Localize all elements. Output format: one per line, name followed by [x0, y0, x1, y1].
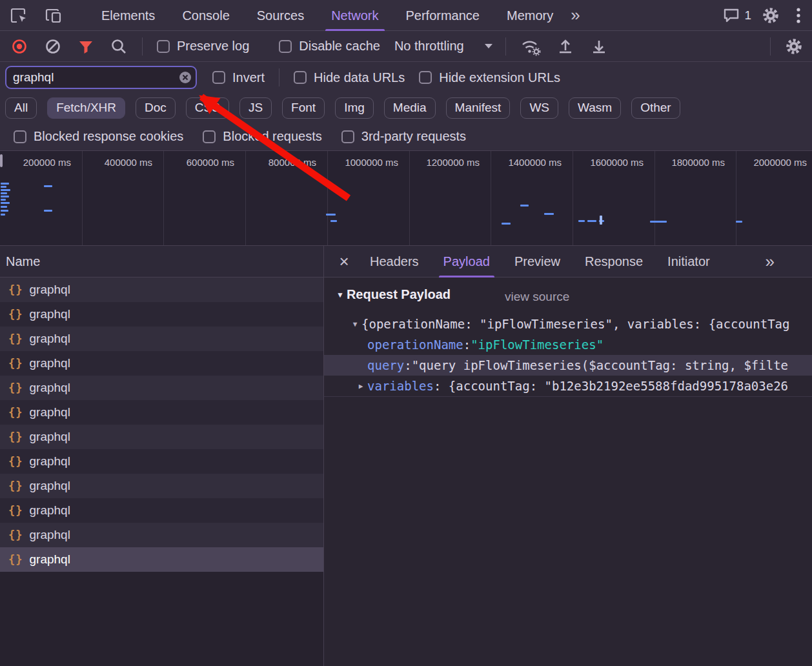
detail-tab-response[interactable]: Response — [573, 246, 655, 278]
clear-network-log-icon[interactable] — [44, 37, 62, 56]
request-timing-mark — [44, 185, 52, 187]
hide-data-urls-checkbox[interactable]: Hide data URLs — [294, 70, 405, 85]
request-payload-section[interactable]: ▼ Request Payload — [336, 287, 451, 302]
filter-blocked-response-cookies[interactable]: Blocked response cookies — [14, 129, 183, 144]
type-filter-media[interactable]: Media — [384, 97, 436, 119]
checkbox[interactable] — [279, 40, 292, 53]
filter-3rd-party-requests[interactable]: 3rd-party requests — [341, 129, 466, 144]
type-filter-font[interactable]: Font — [282, 97, 325, 119]
payload-tree-row[interactable]: ▼{operationName: "ipFlowTimeseries", var… — [324, 314, 812, 334]
clear-filter-icon[interactable] — [178, 70, 192, 85]
request-name: graphql — [29, 356, 70, 370]
detail-tab-initiator[interactable]: Initiator — [655, 246, 722, 278]
throttling-select[interactable]: No throttling — [394, 39, 492, 54]
overview-scroll-handle[interactable] — [0, 154, 3, 167]
checkbox[interactable] — [157, 40, 170, 53]
tab-performance[interactable]: Performance — [392, 0, 494, 31]
filter-blocked-requests[interactable]: Blocked requests — [203, 129, 321, 144]
request-row[interactable]: {}graphql — [0, 425, 323, 449]
request-row[interactable]: {}graphql — [0, 376, 323, 400]
request-name: graphql — [29, 405, 70, 419]
json-braces-icon: {} — [8, 308, 23, 321]
request-row[interactable]: {}graphql — [0, 498, 323, 523]
record-network-log-icon[interactable] — [10, 37, 28, 56]
request-row[interactable]: {}graphql — [0, 547, 323, 572]
more-detail-tabs-icon[interactable]: » — [766, 252, 775, 272]
type-filter-css[interactable]: CSS — [186, 97, 229, 119]
payload-tree-row[interactable]: query: "query ipFlowTimeseries($accountT… — [324, 355, 812, 376]
type-filter-fetch-xhr[interactable]: Fetch/XHR — [47, 97, 125, 119]
waterfall-tick-label: 1600000 ms — [576, 157, 644, 168]
network-filter-input[interactable] — [5, 66, 197, 89]
tab-console[interactable]: Console — [168, 0, 243, 31]
checkbox[interactable] — [14, 130, 26, 143]
request-name: graphql — [29, 479, 70, 493]
tab-network[interactable]: Network — [318, 0, 392, 31]
section-expanded-arrow-icon[interactable]: ▼ — [336, 290, 344, 299]
type-filter-other[interactable]: Other — [631, 97, 680, 119]
request-timing-mark — [1, 210, 8, 212]
request-row[interactable]: {}graphql — [0, 302, 323, 327]
tree-collapsed-arrow-icon[interactable]: ▶ — [354, 382, 367, 390]
type-filter-wasm[interactable]: Wasm — [569, 97, 621, 119]
detail-tab-payload[interactable]: Payload — [431, 246, 502, 278]
filter-funnel-icon[interactable] — [77, 38, 94, 55]
device-toolbar-icon[interactable] — [44, 6, 63, 25]
checkbox[interactable] — [294, 71, 307, 84]
request-row[interactable]: {}graphql — [0, 449, 323, 474]
export-har-icon[interactable] — [590, 37, 608, 56]
request-row[interactable]: {}graphql — [0, 327, 323, 351]
checkbox[interactable] — [419, 71, 432, 84]
request-name: graphql — [29, 307, 70, 321]
waterfall-gridline — [573, 151, 573, 245]
payload-tree-row[interactable]: ▶variables: {accountTag: "b12e3b2192ee55… — [324, 376, 812, 396]
detail-tab-strip: HeadersPayloadPreviewResponseInitiator — [358, 246, 722, 278]
network-conditions-icon[interactable] — [520, 37, 541, 56]
kebab-menu-icon[interactable] — [795, 7, 802, 24]
checkbox[interactable] — [212, 71, 225, 84]
payload-tree-row[interactable]: operationName: "ipFlowTimeseries" — [324, 334, 812, 355]
type-filter-js[interactable]: JS — [239, 97, 272, 119]
waterfall-gridline — [409, 151, 410, 245]
type-filter-doc[interactable]: Doc — [136, 97, 176, 119]
request-name: graphql — [29, 454, 70, 469]
request-row[interactable]: {}graphql — [0, 400, 323, 425]
detail-tab-headers[interactable]: Headers — [358, 246, 431, 278]
type-filter-ws[interactable]: WS — [520, 97, 558, 119]
request-timing-mark — [502, 223, 511, 225]
name-column-header[interactable]: Name — [0, 246, 323, 278]
type-filter-all[interactable]: All — [5, 97, 37, 119]
waterfall-tick-label: 1000000 ms — [330, 157, 398, 168]
json-braces-icon: {} — [8, 479, 23, 492]
tab-memory[interactable]: Memory — [493, 0, 567, 31]
tab-elements[interactable]: Elements — [88, 0, 168, 31]
invert-filter-checkbox[interactable]: Invert — [212, 70, 265, 85]
import-har-icon[interactable] — [556, 37, 574, 56]
waterfall-overview[interactable]: 200000 ms400000 ms600000 ms800000 ms1000… — [0, 150, 812, 246]
close-detail-icon[interactable]: × — [330, 252, 358, 272]
checkbox[interactable] — [341, 130, 354, 143]
checkbox[interactable] — [203, 130, 216, 143]
type-filter-manifest[interactable]: Manifest — [446, 97, 511, 119]
request-name: graphql — [29, 381, 70, 395]
search-icon[interactable] — [110, 37, 128, 56]
request-row[interactable]: {}graphql — [0, 474, 323, 498]
preserve-log-checkbox[interactable]: Preserve log — [157, 39, 249, 54]
json-braces-icon: {} — [8, 553, 23, 566]
issues-bubble-icon[interactable] — [722, 7, 740, 24]
disable-cache-checkbox[interactable]: Disable cache — [279, 39, 380, 54]
detail-tab-preview[interactable]: Preview — [502, 246, 573, 278]
request-timing-mark — [544, 213, 554, 215]
request-row[interactable]: {}graphql — [0, 523, 323, 547]
settings-gear-icon[interactable] — [762, 6, 780, 25]
hide-extension-urls-checkbox[interactable]: Hide extension URLs — [419, 70, 560, 85]
tree-expanded-arrow-icon[interactable]: ▼ — [349, 320, 361, 328]
network-settings-gear-icon[interactable] — [785, 37, 803, 56]
request-row[interactable]: {}graphql — [0, 351, 323, 376]
inspect-element-icon[interactable] — [9, 6, 28, 25]
view-source-link[interactable]: view source — [505, 290, 569, 304]
tab-sources[interactable]: Sources — [243, 0, 318, 31]
request-row[interactable]: {}graphql — [0, 278, 323, 302]
type-filter-img[interactable]: Img — [335, 97, 374, 119]
more-tabs-icon[interactable]: » — [571, 5, 580, 25]
